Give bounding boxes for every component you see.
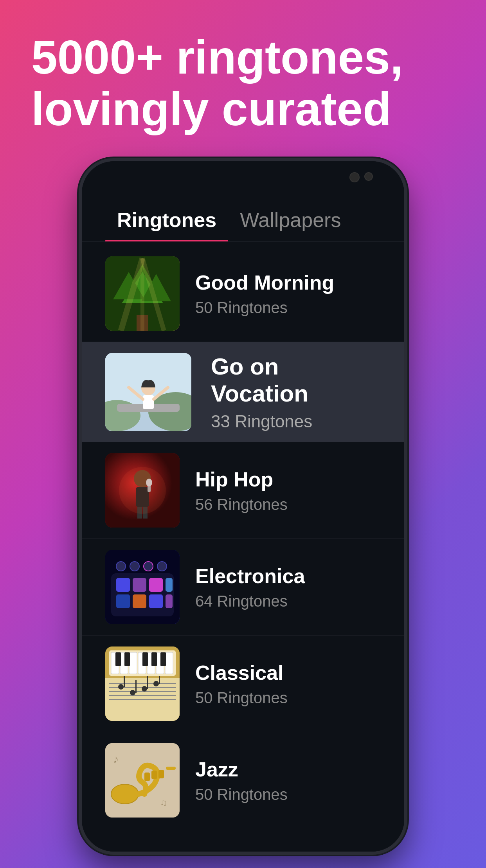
svg-rect-65 bbox=[165, 652, 173, 674]
list-item[interactable]: Hip Hop 56 Ringtones bbox=[82, 442, 404, 539]
category-text: Jazz 50 Ringtones bbox=[195, 758, 381, 803]
svg-rect-34 bbox=[133, 594, 146, 608]
svg-rect-38 bbox=[149, 594, 163, 608]
svg-rect-68 bbox=[142, 652, 148, 666]
svg-rect-69 bbox=[151, 652, 157, 666]
svg-rect-76 bbox=[166, 767, 176, 770]
svg-rect-53 bbox=[135, 680, 137, 693]
svg-point-72 bbox=[111, 784, 139, 804]
camera-area bbox=[349, 172, 373, 182]
svg-rect-55 bbox=[147, 676, 148, 689]
list-item[interactable]: Electronica 64 Ringtones bbox=[82, 539, 404, 636]
phone-screen: Ringtones Wallpapers bbox=[82, 161, 404, 852]
phone-mockup: Ringtones Wallpapers bbox=[79, 158, 407, 855]
svg-point-41 bbox=[144, 562, 153, 571]
category-title: Jazz bbox=[195, 758, 381, 781]
list-item-highlighted[interactable]: Go on Vocation 33 Ringtones bbox=[82, 342, 404, 442]
category-thumbnail bbox=[105, 453, 180, 528]
tab-wallpapers[interactable]: Wallpapers bbox=[228, 200, 353, 241]
category-text: Hip Hop 56 Ringtones bbox=[195, 468, 381, 513]
svg-point-40 bbox=[130, 562, 139, 571]
jazz-scene: ♪ ♫ bbox=[105, 743, 180, 818]
category-count: 50 Ringtones bbox=[195, 689, 381, 707]
hiphop-illustration bbox=[105, 453, 180, 528]
hero-section: 5000+ ringtones, lovingly curated bbox=[0, 0, 486, 158]
svg-rect-66 bbox=[115, 652, 121, 666]
category-list: Good Morning 50 Ringtones bbox=[82, 241, 404, 852]
category-text: Go on Vocation 33 Ringtones bbox=[207, 353, 381, 431]
category-thumbnail bbox=[105, 646, 180, 721]
vacation-illustration bbox=[105, 353, 191, 431]
svg-point-54 bbox=[142, 686, 147, 692]
electro-scene bbox=[105, 550, 180, 624]
secondary-camera bbox=[364, 172, 373, 181]
category-thumbnail bbox=[105, 353, 191, 431]
svg-rect-32 bbox=[166, 578, 173, 592]
svg-rect-31 bbox=[149, 578, 163, 592]
svg-rect-33 bbox=[116, 594, 130, 608]
svg-rect-73 bbox=[144, 773, 150, 781]
hero-line1-rest: ringtones, bbox=[163, 31, 403, 83]
category-count: 56 Ringtones bbox=[195, 496, 381, 513]
category-thumbnail bbox=[105, 550, 180, 624]
svg-rect-74 bbox=[151, 771, 157, 779]
svg-point-52 bbox=[130, 690, 135, 695]
category-text: Electronica 64 Ringtones bbox=[195, 564, 381, 610]
svg-point-39 bbox=[116, 562, 126, 571]
category-thumbnail bbox=[105, 256, 180, 331]
tab-ringtones[interactable]: Ringtones bbox=[105, 200, 228, 241]
forest-icon bbox=[105, 256, 180, 331]
classical-scene bbox=[105, 646, 180, 721]
classical-illustration bbox=[105, 646, 180, 721]
jazz-illustration: ♪ ♫ bbox=[105, 743, 180, 818]
svg-rect-75 bbox=[158, 770, 164, 778]
category-title: Hip Hop bbox=[195, 468, 381, 491]
category-count: 64 Ringtones bbox=[195, 592, 381, 610]
svg-text:♪: ♪ bbox=[113, 753, 119, 765]
category-text: Classical 50 Ringtones bbox=[195, 661, 381, 707]
category-count: 50 Ringtones bbox=[195, 299, 381, 317]
svg-point-26 bbox=[119, 467, 166, 514]
list-item[interactable]: Classical 50 Ringtones bbox=[82, 636, 404, 732]
category-text: Good Morning 50 Ringtones bbox=[195, 271, 381, 317]
hiphop-scene bbox=[105, 453, 180, 528]
electronica-illustration bbox=[105, 550, 180, 624]
category-count: 50 Ringtones bbox=[195, 786, 381, 803]
svg-rect-61 bbox=[129, 652, 137, 674]
category-title: Good Morning bbox=[195, 271, 381, 294]
category-title: Go on Vocation bbox=[211, 353, 381, 407]
vacation-scene bbox=[105, 353, 191, 431]
svg-rect-15 bbox=[143, 395, 154, 409]
category-title: Classical bbox=[195, 661, 381, 684]
category-count: 33 Ringtones bbox=[211, 412, 381, 431]
svg-point-50 bbox=[118, 684, 124, 690]
svg-point-42 bbox=[157, 562, 167, 571]
main-camera bbox=[349, 172, 360, 182]
hero-line2: lovingly curated bbox=[31, 83, 391, 135]
svg-rect-36 bbox=[166, 594, 173, 608]
hero-count: 5000+ bbox=[31, 31, 163, 83]
list-item[interactable]: ♪ ♫ Jazz 50 Ringtones bbox=[82, 732, 404, 828]
svg-rect-70 bbox=[160, 652, 166, 666]
svg-text:♫: ♫ bbox=[160, 797, 167, 808]
svg-rect-37 bbox=[116, 578, 130, 592]
phone-frame: Ringtones Wallpapers bbox=[79, 158, 407, 855]
svg-rect-67 bbox=[124, 652, 130, 666]
svg-rect-30 bbox=[133, 578, 146, 592]
list-item[interactable]: Good Morning 50 Ringtones bbox=[82, 245, 404, 342]
category-thumbnail: ♪ ♫ bbox=[105, 743, 180, 818]
category-title: Electronica bbox=[195, 564, 381, 588]
svg-point-56 bbox=[153, 681, 159, 686]
